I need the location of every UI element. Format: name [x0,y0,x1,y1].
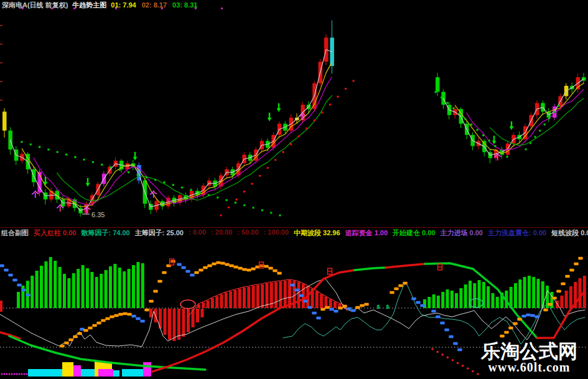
indicator-item: : 100.00 [264,228,289,238]
svg-text:个: 个 [149,190,157,199]
green-histogram-left [17,257,144,308]
indicator-item: 追踪资金 1.00 [345,228,388,238]
main-candlestick-chart[interactable]: 个个个个个个6.35 [0,10,588,227]
magenta-dot [161,7,163,9]
svg-text:个: 个 [493,152,502,161]
sub-indicator-label-bar: 组合副图 买入红柱 0.00散筹因子: 74.00主筹因子: 25.00: 0.… [0,228,588,238]
header-value: 02: 8.17 [142,1,167,9]
stock-title: 深南电A(日线 前复权) [2,1,68,10]
chart-header: 深南电A(日线 前复权) 牛趋势主图 01: 7.9402: 8.1703: 8… [0,0,588,10]
indicator-item: 短线波段 0.00 [551,228,588,238]
watermark-url: www.60lt.com [472,361,587,373]
trading-app-window: 深南电A(日线 前复权) 牛趋势主图 01: 7.9402: 8.1703: 8… [0,0,588,379]
magenta-dot [221,7,223,9]
dollar-marks: $$ [376,304,389,310]
magenta-dot [115,7,117,9]
svg-text:$: $ [376,304,380,310]
indicator-item: : 0.00 [189,228,206,238]
watermark: 乐淘公式网 www.60lt.com [472,342,587,373]
panel-divider [0,227,588,228]
svg-text:个: 个 [31,190,39,199]
indicator-item: 主力洗盘震仓: 0.00 [488,228,546,238]
magenta-dot [22,7,24,9]
header-value: 03: 8.31 [172,1,197,9]
svg-text:个: 个 [56,204,64,212]
indicator-items: 买入红柱 0.00散筹因子: 74.00主筹因子: 25.00: 0.00: 2… [34,228,588,238]
indicator-item: 开始建仓 0.00 [393,228,435,238]
moving-averages-segment-1 [443,79,584,156]
indicator-item: : 20.00 [211,228,232,238]
indicator-item: 买入红柱 0.00 [34,228,76,238]
indicator-item: 散筹因子: 74.00 [81,228,129,238]
candles-segment-0 [2,21,334,217]
indicator-item: 主筹因子: 25.00 [135,228,184,238]
bottom-ribbon-blocks [28,362,151,377]
candles-segment-1 [436,73,586,163]
indicator-item: 主力进场 0.00 [441,228,483,238]
trend-dotted-lines [21,80,560,217]
svg-text:个: 个 [83,205,91,214]
edge-bar [0,301,2,312]
magenta-bottom-dots [1,373,28,375]
indicator-item: : 50.00 [237,228,258,238]
magenta-dot [51,7,53,9]
watermark-site-name: 乐淘公式网 [472,342,587,361]
svg-text:$: $ [386,304,389,310]
magenta-dot [73,7,75,9]
main-indicator-name: 牛趋势主图 [72,1,106,10]
svg-text:个: 个 [299,112,307,121]
magenta-dot [195,7,197,9]
svg-text:6.35: 6.35 [91,211,105,218]
indicator-item: 中期波段 32.96 [294,228,340,238]
left-axis-ticks [0,25,2,101]
header-values: 01: 7.9402: 8.1703: 8.31 [111,1,197,9]
sub-panel-title: 组合副图 [1,228,29,238]
